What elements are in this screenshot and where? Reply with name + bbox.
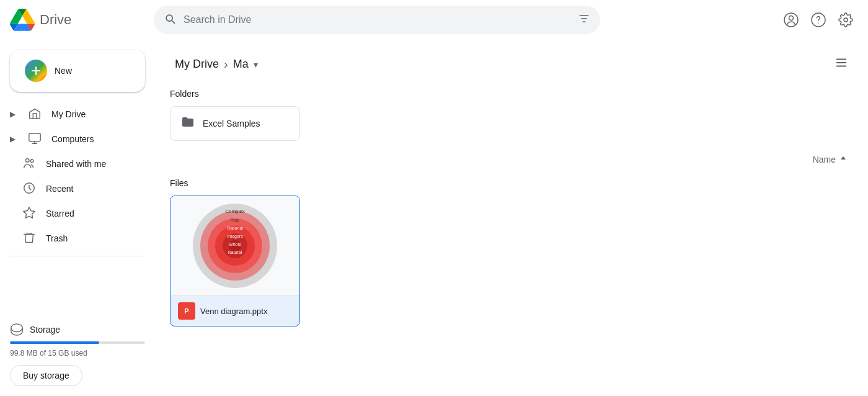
file-type-label: P xyxy=(184,307,188,315)
breadcrumb-current-label: Ma xyxy=(233,58,249,71)
venn-diagram-preview: Complex Real Rational Integers Whole Nat… xyxy=(182,199,288,292)
trash-icon xyxy=(22,231,36,246)
svg-point-6 xyxy=(26,158,30,161)
folders-label: Folders xyxy=(165,84,858,104)
sidebar-item-label: Shared with me xyxy=(46,159,106,169)
app-title: Drive xyxy=(40,12,71,28)
svg-text:Natural: Natural xyxy=(228,250,242,254)
plus-icon xyxy=(30,65,42,77)
files-grid: Complex Real Rational Integers Whole Nat… xyxy=(165,193,858,329)
sidebar-item-label: Trash xyxy=(46,233,68,243)
folder-item[interactable]: Excel Samples xyxy=(170,106,300,141)
star-icon xyxy=(22,206,36,222)
sidebar-item-recent[interactable]: Recent xyxy=(0,176,150,201)
account-button[interactable] xyxy=(779,7,804,32)
breadcrumb-dropdown-icon[interactable]: ▾ xyxy=(254,60,258,70)
search-bar[interactable] xyxy=(154,6,600,34)
help-button[interactable] xyxy=(806,7,831,32)
new-button[interactable]: New xyxy=(10,50,145,92)
svg-rect-5 xyxy=(29,133,40,141)
search-input[interactable] xyxy=(184,14,570,25)
buy-storage-button[interactable]: Buy storage xyxy=(10,365,82,386)
breadcrumb-separator: › xyxy=(224,57,228,71)
breadcrumb-root[interactable]: My Drive xyxy=(175,58,219,71)
my-drive-icon xyxy=(28,107,42,122)
sidebar-item-trash[interactable]: Trash xyxy=(0,226,150,251)
storage-bar-fill xyxy=(10,341,99,344)
header-actions xyxy=(779,7,858,32)
svg-text:Integers: Integers xyxy=(227,234,243,239)
main-layout: New ▶ My Drive ▶ Computers Shared with m… xyxy=(0,40,868,396)
storage-section: Storage 99.8 MB of 15 GB used Buy storag… xyxy=(0,318,155,391)
search-filter-icon[interactable] xyxy=(578,12,590,28)
svg-rect-9 xyxy=(836,59,847,60)
drive-logo-icon xyxy=(10,7,35,32)
folder-name: Excel Samples xyxy=(203,119,260,128)
svg-text:Rational: Rational xyxy=(227,226,243,230)
svg-rect-10 xyxy=(836,62,847,63)
header: Drive xyxy=(0,0,868,40)
computers-icon xyxy=(28,132,42,147)
people-icon xyxy=(22,156,36,172)
sort-asc-icon xyxy=(838,155,848,164)
new-button-label: New xyxy=(55,66,72,76)
svg-text:Whole: Whole xyxy=(229,242,241,246)
settings-button[interactable] xyxy=(833,7,858,32)
sidebar-item-starred[interactable]: Starred xyxy=(0,201,150,226)
sidebar-item-shared[interactable]: Shared with me xyxy=(0,151,150,176)
svg-point-7 xyxy=(30,160,33,163)
account-circle-icon xyxy=(784,12,799,27)
sidebar-item-label: Recent xyxy=(46,184,73,194)
file-thumbnail: Complex Real Rational Integers Whole Nat… xyxy=(170,196,299,295)
breadcrumb: My Drive › Ma ▾ xyxy=(170,47,263,81)
sidebar-item-label: My Drive xyxy=(51,109,86,119)
computers-expand-icon: ▶ xyxy=(10,135,16,143)
folder-icon xyxy=(180,114,195,133)
content-area: My Drive › Ma ▾ Folders Excel Samples xyxy=(155,40,868,396)
storage-icon xyxy=(10,323,24,336)
storage-used-text: 99.8 MB of 15 GB used xyxy=(10,349,145,358)
svg-point-3 xyxy=(818,22,818,23)
file-type-badge: P xyxy=(178,302,195,320)
sidebar-item-label: Starred xyxy=(46,209,74,218)
logo-area: Drive xyxy=(10,7,146,32)
svg-point-4 xyxy=(844,18,848,22)
search-icon xyxy=(164,12,176,28)
sidebar-item-my-drive[interactable]: ▶ My Drive xyxy=(0,102,150,127)
files-label: Files xyxy=(165,173,858,193)
svg-text:Real: Real xyxy=(231,218,240,222)
sort-label: Name xyxy=(813,155,836,164)
file-card[interactable]: Complex Real Rational Integers Whole Nat… xyxy=(170,196,300,326)
sidebar-item-label: Computers xyxy=(51,134,94,144)
settings-icon xyxy=(838,12,853,27)
sidebar-divider xyxy=(10,256,145,256)
folders-grid: Excel Samples xyxy=(165,104,858,151)
file-info: P Venn diagram.pptx xyxy=(170,295,299,326)
svg-point-1 xyxy=(789,16,794,20)
list-view-icon xyxy=(835,56,848,70)
sidebar-item-computers[interactable]: ▶ Computers xyxy=(0,127,150,151)
svg-rect-11 xyxy=(836,66,847,67)
clock-icon xyxy=(22,181,36,197)
sort-button[interactable]: Name xyxy=(808,151,853,168)
storage-bar-background xyxy=(10,341,145,344)
file-name: Venn diagram.pptx xyxy=(200,307,292,316)
my-drive-expand-icon: ▶ xyxy=(10,110,16,119)
svg-text:Complex: Complex xyxy=(225,209,245,214)
sidebar: New ▶ My Drive ▶ Computers Shared with m… xyxy=(0,40,155,396)
storage-label: Storage xyxy=(30,325,60,335)
view-toggle-button[interactable] xyxy=(830,52,853,76)
breadcrumb-current: Ma ▾ xyxy=(233,58,258,71)
help-icon xyxy=(811,12,826,27)
